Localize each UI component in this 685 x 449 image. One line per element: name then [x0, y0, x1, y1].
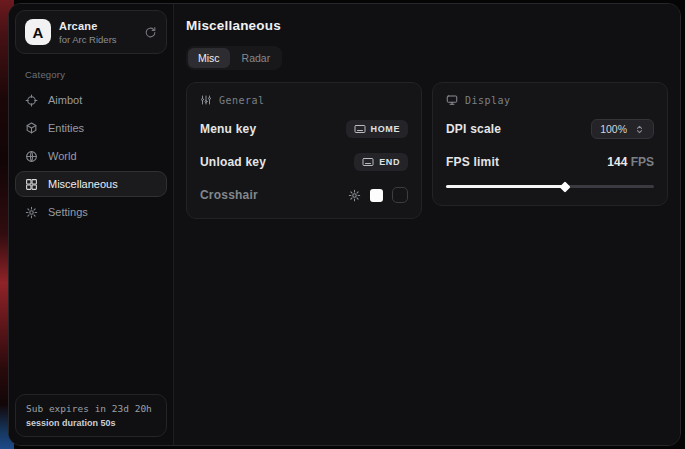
crosshair-row: Crosshair — [200, 185, 408, 205]
gear-icon — [25, 206, 38, 219]
sub-expires-text: Sub expires in 23d 20h — [26, 403, 156, 414]
subscription-info-card: Sub expires in 23d 20h session duration … — [15, 394, 167, 437]
sidebar-item-label: Settings — [48, 206, 88, 218]
screen: A Arcane for Arc Riders Category — [0, 0, 685, 449]
category-label: Category — [25, 69, 157, 80]
panel-title: General — [219, 95, 265, 106]
keyboard-icon — [354, 123, 366, 135]
sidebar: A Arcane for Arc Riders Category — [9, 4, 174, 445]
sidebar-item-label: Entities — [48, 122, 84, 134]
dpi-scale-label: DPI scale — [446, 122, 501, 136]
unload-key-bind-button[interactable]: END — [354, 153, 408, 171]
app-window: A Arcane for Arc Riders Category — [8, 3, 681, 446]
sidebar-item-settings[interactable]: Settings — [15, 199, 167, 225]
monitor-icon — [446, 94, 458, 106]
fps-limit-label: FPS limit — [446, 155, 499, 169]
crosshair-label: Crosshair — [200, 188, 258, 202]
crosshair-icon — [25, 94, 38, 107]
chevrons-up-down-icon — [634, 124, 645, 135]
sidebar-item-miscellaneous[interactable]: Miscellaneous — [15, 171, 167, 197]
crosshair-color-swatch[interactable] — [370, 189, 383, 202]
dpi-scale-row: DPI scale 100% — [446, 119, 654, 139]
sidebar-item-aimbot[interactable]: Aimbot — [15, 87, 167, 113]
dpi-scale-select[interactable]: 100% — [591, 119, 654, 139]
refresh-icon[interactable] — [144, 26, 157, 39]
grid-icon — [25, 178, 38, 191]
cube-icon — [25, 122, 38, 135]
menu-key-row: Menu key HOME — [200, 119, 408, 139]
general-panel: General Menu key HOME — [186, 82, 422, 219]
sidebar-item-entities[interactable]: Entities — [15, 115, 167, 141]
fps-limit-slider[interactable] — [446, 180, 654, 192]
keyboard-icon — [362, 156, 374, 168]
sidebar-item-label: Miscellaneous — [48, 178, 118, 190]
fps-limit-row: FPS limit 144 FPS — [446, 152, 654, 172]
crosshair-settings-gear-icon[interactable] — [348, 189, 361, 202]
app-subtitle: for Arc Riders — [59, 34, 136, 45]
dpi-scale-value: 100% — [600, 123, 627, 135]
tab-bar: Misc Radar — [186, 46, 282, 70]
session-duration-text: session duration 50s — [26, 418, 156, 428]
unload-key-value: END — [379, 157, 400, 167]
fps-slider-fill — [446, 185, 565, 188]
panels-row: General Menu key HOME — [186, 82, 668, 219]
globe-icon — [25, 150, 38, 163]
unload-key-row: Unload key END — [200, 152, 408, 172]
app-title: Arcane — [59, 20, 136, 32]
page-title: Miscellaneous — [186, 18, 668, 33]
app-header-card: A Arcane for Arc Riders — [15, 10, 167, 54]
fps-limit-unit: FPS — [631, 155, 654, 169]
unload-key-label: Unload key — [200, 155, 266, 169]
menu-key-value: HOME — [371, 124, 400, 134]
main-content: Miscellaneous Misc Radar Gene — [174, 4, 680, 445]
panel-title: Display — [465, 95, 511, 106]
display-panel: Display DPI scale 100% — [432, 82, 668, 206]
crosshair-checkbox[interactable] — [392, 187, 408, 203]
fps-limit-value: 144 — [607, 155, 627, 169]
fps-slider-thumb[interactable] — [559, 181, 570, 192]
tab-radar[interactable]: Radar — [232, 48, 281, 68]
menu-key-bind-button[interactable]: HOME — [346, 120, 408, 138]
tab-misc[interactable]: Misc — [188, 48, 230, 68]
sliders-icon — [200, 94, 212, 106]
sidebar-item-label: World — [48, 150, 77, 162]
sidebar-item-world[interactable]: World — [15, 143, 167, 169]
app-logo: A — [25, 19, 51, 45]
sidebar-item-label: Aimbot — [48, 94, 82, 106]
menu-key-label: Menu key — [200, 122, 256, 136]
